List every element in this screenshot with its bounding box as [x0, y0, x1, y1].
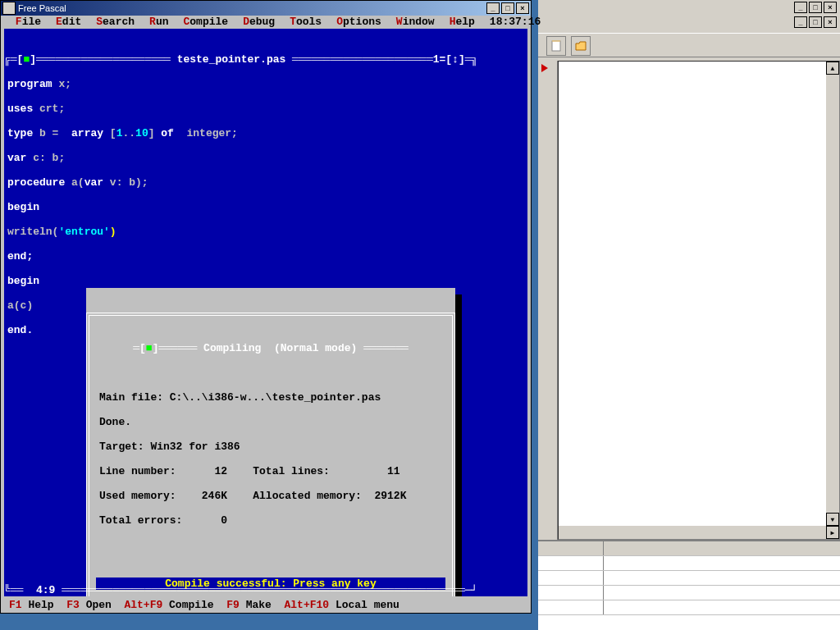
- menu-bar: File Edit Search Run Compile Debug Tools…: [1, 16, 531, 29]
- compile-dialog[interactable]: ═[■]══════ Compiling (Normal mode) ═════…: [86, 288, 455, 596]
- close-button[interactable]: ×: [516, 2, 529, 14]
- bg-restore-button[interactable]: □: [809, 2, 822, 13]
- grid-header-1: [538, 541, 604, 555]
- code-line: type b = array [1..10] of integer;: [4, 127, 527, 139]
- bg-inner-restore-button[interactable]: □: [809, 16, 822, 28]
- editor-frame-bottom: ╚══ 4:9 ════════════════════════════════…: [4, 584, 527, 596]
- menu-file[interactable]: File: [9, 16, 41, 29]
- maximize-button[interactable]: □: [501, 2, 514, 14]
- minimize-button[interactable]: _: [486, 2, 500, 14]
- folder-icon: [574, 39, 587, 52]
- code-line: procedure a(var v: b);: [4, 176, 527, 189]
- grid-cell: [604, 586, 840, 600]
- bg-inner-close-button[interactable]: ×: [824, 16, 837, 28]
- code-line: end;: [4, 250, 527, 262]
- code-line: writeln('entrou'): [4, 226, 527, 238]
- clock: 18:37:16: [490, 16, 541, 29]
- menu-search[interactable]: Search: [96, 16, 135, 29]
- grid-cell: [604, 571, 840, 585]
- window-title: Free Pascal: [18, 3, 66, 13]
- grid-cell: [538, 600, 604, 614]
- scroll-up-icon[interactable]: ▲: [826, 62, 839, 75]
- menu-debug[interactable]: Debug: [243, 16, 275, 29]
- menu-compile[interactable]: Compile: [184, 16, 229, 29]
- grid-cell: [538, 571, 604, 585]
- bg-min-button[interactable]: _: [794, 2, 807, 13]
- bg-inner-min-button[interactable]: _: [794, 16, 807, 28]
- menu-tools[interactable]: Tools: [290, 16, 322, 29]
- vertical-scrollbar[interactable]: ▲ ▼: [826, 62, 839, 526]
- red-triangle-icon: [541, 64, 548, 72]
- toolbar-button-1[interactable]: [546, 36, 566, 56]
- app-icon[interactable]: [2, 2, 16, 15]
- grid-cell: [538, 586, 604, 600]
- grid-header-2: [604, 541, 840, 555]
- dialog-title: ═[■]══════ Compiling (Normal mode) ═════…: [91, 342, 450, 354]
- free-pascal-window: Free Pascal _ □ × File Edit Search Run C…: [0, 0, 532, 614]
- menu-options[interactable]: Options: [336, 16, 381, 29]
- dialog-body: Main file: C:\..\i386-w...\teste_pointer…: [91, 379, 450, 551]
- code-line: uses crt;: [4, 103, 527, 115]
- code-line: begin: [4, 275, 527, 287]
- grid-cell: [604, 556, 840, 570]
- scroll-right-icon[interactable]: ▶: [826, 526, 839, 539]
- document-icon: [550, 39, 563, 52]
- horizontal-scrollbar[interactable]: ▶: [559, 526, 839, 539]
- status-bar: F1 Help F3 Open Alt+F9 Compile F9 Make A…: [4, 599, 527, 611]
- scroll-down-icon[interactable]: ▼: [826, 513, 839, 526]
- secondary-editor[interactable]: ▲ ▼ ▶: [558, 61, 840, 540]
- code-line: program x;: [4, 78, 527, 90]
- messages-grid: [538, 540, 840, 630]
- menu-help[interactable]: Help: [450, 16, 475, 29]
- menu-run[interactable]: Run: [149, 16, 168, 29]
- grid-cell: [604, 600, 840, 614]
- svg-rect-0: [552, 41, 560, 51]
- bg-close-button[interactable]: ×: [824, 2, 837, 13]
- menu-edit[interactable]: Edit: [56, 16, 81, 29]
- code-line: var c: b;: [4, 152, 527, 164]
- secondary-toolbar: [538, 33, 840, 57]
- editor-frame-top: ╔═[■]═════════════════════ teste_pointer…: [4, 53, 527, 66]
- toolbar-button-2[interactable]: [571, 36, 591, 56]
- code-line: begin: [4, 201, 527, 213]
- grid-cell: [538, 556, 604, 570]
- gutter-strip: [538, 61, 558, 540]
- titlebar[interactable]: Free Pascal _ □ ×: [1, 1, 531, 16]
- menu-window[interactable]: Window: [396, 16, 435, 29]
- secondary-ide-window: _ □ × _ □ × ▲ ▼ ▶: [538, 0, 840, 630]
- text-editor-area[interactable]: ╔═[■]═════════════════════ teste_pointer…: [4, 29, 527, 596]
